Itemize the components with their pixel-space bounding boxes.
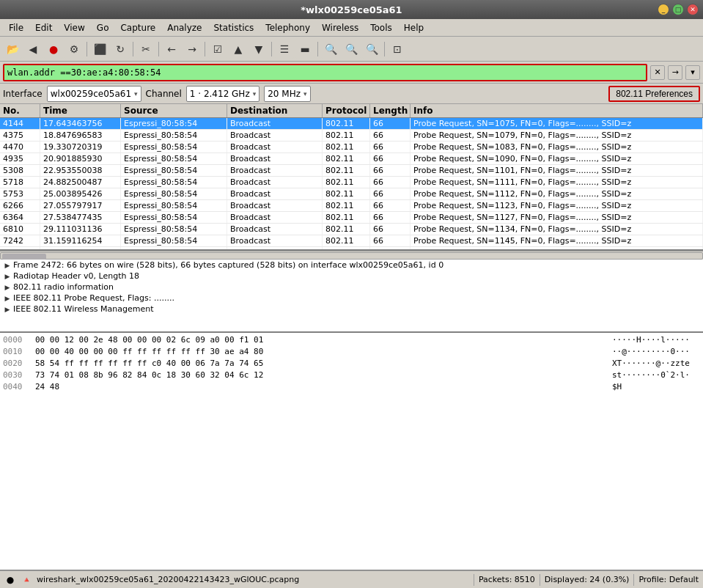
hex-row: 003073 74 01 08 8b 96 82 84 0c 18 30 60 … — [3, 370, 700, 381]
cell-destination: Broadcast — [227, 177, 323, 188]
cell-time: 18.847696583 — [40, 130, 121, 141]
menu-item-wireless[interactable]: Wireless — [316, 21, 364, 34]
cell-no: 8369 — [0, 247, 40, 249]
cell-protocol: 802.11 — [323, 188, 370, 199]
cell-no: 5718 — [0, 177, 40, 188]
detail-expand-icon[interactable]: ▶ — [3, 294, 12, 303]
cell-no: 6364 — [0, 212, 40, 223]
table-row[interactable]: 626627.055797917Espressi_80:58:54Broadca… — [0, 200, 703, 212]
menu-item-view[interactable]: View — [58, 21, 90, 34]
table-row[interactable]: 437518.847696583Espressi_80:58:54Broadca… — [0, 130, 703, 142]
table-row[interactable]: 447019.330720319Espressi_80:58:54Broadca… — [0, 142, 703, 153]
filter-input-wrapper — [3, 64, 647, 81]
menu-item-help[interactable]: Help — [398, 21, 430, 34]
nav-start-button[interactable]: ◀ — [23, 40, 43, 59]
first-button[interactable]: ▲ — [229, 40, 248, 59]
cell-protocol: 802.11 — [323, 153, 370, 164]
table-row[interactable]: 493520.901885930Espressi_80:58:54Broadca… — [0, 153, 703, 165]
horizontal-scrollbar[interactable] — [0, 251, 703, 260]
cell-source: Espressi_80:58:54 — [121, 177, 227, 188]
cell-info: Probe Request, SN=1079, FN=0, Flags=....… — [411, 130, 703, 141]
menu-item-edit[interactable]: Edit — [29, 21, 58, 34]
record-button[interactable]: ● — [44, 40, 63, 59]
table-row[interactable]: 414417.643463756Espressi_80:58:54Broadca… — [0, 118, 703, 130]
channel-dropdown[interactable]: 1 · 2.412 GHz ▾ — [186, 86, 260, 102]
col-header-time[interactable]: Time — [40, 104, 121, 117]
menu-item-go[interactable]: Go — [91, 21, 115, 34]
menu-item-file[interactable]: File — [3, 21, 29, 34]
view1-button[interactable]: ☰ — [275, 40, 294, 59]
menu-item-statistics[interactable]: Statistics — [207, 21, 260, 34]
open-file-button[interactable]: 📂 — [3, 40, 22, 59]
table-row[interactable]: 836935.263118358Espressi_80:58:54Broadca… — [0, 247, 703, 249]
toolbar-separator — [158, 42, 159, 56]
cell-length: 66 — [370, 177, 411, 188]
close-button[interactable]: ✕ — [687, 4, 699, 15]
restart-button[interactable]: ↻ — [111, 40, 130, 59]
zoom-out-button[interactable]: 🔍 — [342, 40, 361, 59]
detail-expand-icon[interactable]: ▶ — [3, 261, 12, 270]
zoom-in-button[interactable]: 🔍 — [321, 40, 340, 59]
detail-expand-icon[interactable]: ▶ — [3, 283, 12, 292]
detail-row[interactable]: ▶Frame 2472: 66 bytes on wire (528 bits)… — [0, 260, 703, 271]
menu-item-analyze[interactable]: Analyze — [161, 21, 207, 34]
hex-dump: 000000 00 12 00 2e 48 00 00 00 02 6c 09 … — [0, 333, 703, 570]
filter-clear-button[interactable]: ✕ — [650, 65, 665, 80]
zoom-reset-button[interactable]: 🔍 — [362, 40, 381, 59]
col-header-no[interactable]: No. — [0, 104, 40, 117]
cell-protocol: 802.11 — [323, 130, 370, 141]
options-button[interactable]: ⚙ — [65, 40, 84, 59]
detail-expand-icon[interactable]: ▶ — [3, 272, 12, 281]
detail-row[interactable]: ▶802.11 radio information — [0, 282, 703, 293]
last-button[interactable]: ▼ — [249, 40, 268, 59]
cut-button[interactable]: ✂ — [136, 40, 155, 59]
stop-button[interactable]: ⬛ — [90, 40, 109, 59]
preferences-button[interactable]: 802.11 Preferences — [608, 86, 700, 102]
filterbar: ✕ → ▾ — [0, 62, 703, 84]
col-header-info[interactable]: Info — [411, 104, 703, 117]
menu-item-telephony[interactable]: Telephony — [260, 21, 316, 34]
status-divider-2 — [540, 574, 540, 586]
table-row[interactable]: 681029.111031136Espressi_80:58:54Broadca… — [0, 224, 703, 235]
col-header-protocol[interactable]: Protocol — [323, 104, 370, 117]
hex-ascii: ··@·········0··· — [612, 346, 700, 358]
cell-source: Espressi_80:58:54 — [121, 165, 227, 176]
minimize-button[interactable]: _ — [658, 4, 669, 15]
table-row[interactable]: 724231.159116254Espressi_80:58:54Broadca… — [0, 235, 703, 247]
cell-source: Espressi_80:58:54 — [121, 153, 227, 164]
detail-row[interactable]: ▶IEEE 802.11 Wireless Management — [0, 304, 703, 315]
filter-apply-button[interactable]: → — [668, 65, 682, 80]
view2-button[interactable]: ▬ — [295, 40, 314, 59]
forward-button[interactable]: → — [183, 40, 202, 59]
width-dropdown[interactable]: 20 MHz ▾ — [264, 86, 310, 102]
detail-expand-icon[interactable]: ▶ — [3, 305, 12, 314]
cell-protocol: 802.11 — [323, 247, 370, 249]
table-row[interactable]: 636427.538477435Espressi_80:58:54Broadca… — [0, 212, 703, 224]
col-header-length[interactable]: Length — [370, 104, 411, 117]
hex-bytes: 00 00 12 00 2e 48 00 00 00 02 6c 09 a0 0… — [35, 334, 606, 346]
cell-length: 66 — [370, 118, 411, 129]
cell-source: Espressi_80:58:54 — [121, 224, 227, 235]
cell-destination: Broadcast — [227, 212, 323, 223]
back-button[interactable]: ← — [162, 40, 181, 59]
table-row[interactable]: 530822.953550038Espressi_80:58:54Broadca… — [0, 165, 703, 177]
table-row[interactable]: 571824.882500487Espressi_80:58:54Broadca… — [0, 177, 703, 188]
filter-dropdown-button[interactable]: ▾ — [685, 65, 700, 80]
detail-row[interactable]: ▶Radiotap Header v0, Length 18 — [0, 271, 703, 282]
table-row[interactable]: 575325.003895426Espressi_80:58:54Broadca… — [0, 188, 703, 200]
mark-button[interactable]: ☑ — [208, 40, 227, 59]
cell-time: 24.882500487 — [40, 177, 121, 188]
menu-item-tools[interactable]: Tools — [364, 21, 398, 34]
col-header-destination[interactable]: Destination — [227, 104, 323, 117]
toolbar-separator — [271, 42, 272, 56]
col-header-source[interactable]: Source — [121, 104, 227, 117]
menubar: FileEditViewGoCaptureAnalyzeStatisticsTe… — [0, 19, 703, 37]
status-icon-1: ● — [4, 574, 16, 586]
detail-row[interactable]: ▶IEEE 802.11 Probe Request, Flags: .....… — [0, 293, 703, 304]
width-value: 20 MHz — [268, 89, 301, 99]
maximize-button[interactable]: □ — [672, 4, 684, 15]
diagram-button[interactable]: ⊡ — [388, 40, 407, 59]
interface-dropdown[interactable]: wlx00259ce05a61 ▾ — [47, 86, 141, 102]
menu-item-capture[interactable]: Capture — [114, 21, 161, 34]
filter-input[interactable] — [7, 67, 643, 78]
